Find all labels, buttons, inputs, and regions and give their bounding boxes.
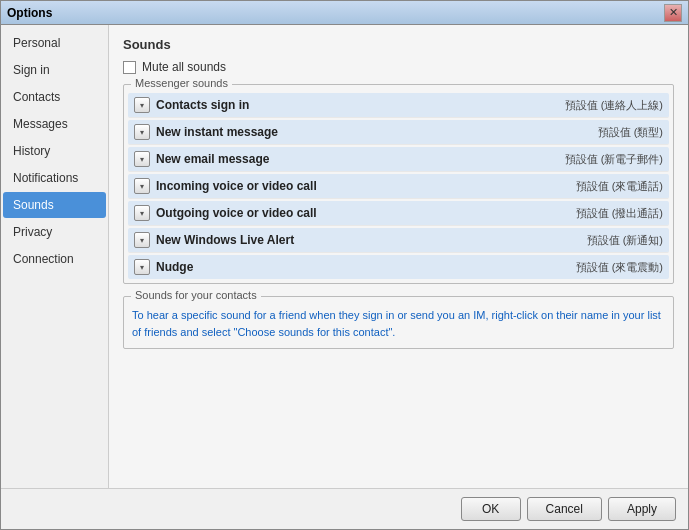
sidebar-item-history[interactable]: History — [3, 138, 106, 164]
messenger-sounds-border: ▾Contacts sign in預設值 (連絡人上線)▾New instant… — [123, 84, 674, 284]
sound-name: Contacts sign in — [156, 98, 249, 112]
contacts-sounds-border: To hear a specific sound for a friend wh… — [123, 296, 674, 349]
title-bar: Options ✕ — [1, 1, 688, 25]
options-window: Options ✕ PersonalSign inContactsMessage… — [0, 0, 689, 530]
main-content: Sounds Mute all sounds Messenger sounds … — [109, 25, 688, 488]
sound-row: ▾New email message預設值 (新電子郵件) — [128, 147, 669, 172]
chevron-down-icon[interactable]: ▾ — [134, 151, 150, 167]
sound-row: ▾New instant message預設值 (類型) — [128, 120, 669, 145]
sidebar-item-contacts[interactable]: Contacts — [3, 84, 106, 110]
chevron-down-icon[interactable]: ▾ — [134, 205, 150, 221]
sound-row: ▾Nudge預設值 (來電震動) — [128, 255, 669, 279]
sound-row-left: ▾New Windows Live Alert — [134, 232, 294, 248]
sounds-list: ▾Contacts sign in預設值 (連絡人上線)▾New instant… — [128, 93, 669, 279]
chevron-down-icon[interactable]: ▾ — [134, 232, 150, 248]
sound-value: 預設值 (類型) — [598, 125, 663, 140]
sound-value: 預設值 (新電子郵件) — [565, 152, 663, 167]
sidebar-item-personal[interactable]: Personal — [3, 30, 106, 56]
sidebar-item-notifications[interactable]: Notifications — [3, 165, 106, 191]
sound-name: Nudge — [156, 260, 193, 274]
footer: OK Cancel Apply — [1, 488, 688, 529]
sound-value: 預設值 (連絡人上線) — [565, 98, 663, 113]
sound-name: New instant message — [156, 125, 278, 139]
window-title: Options — [7, 6, 52, 20]
sound-value: 預設值 (撥出通話) — [576, 206, 663, 221]
contacts-sounds-group: Sounds for your contacts To hear a speci… — [123, 296, 674, 349]
sound-row: ▾Incoming voice or video call預設值 (來電通話) — [128, 174, 669, 199]
mute-row: Mute all sounds — [123, 60, 674, 74]
sound-row-left: ▾New email message — [134, 151, 269, 167]
sound-value: 預設值 (來電通話) — [576, 179, 663, 194]
sidebar-item-sounds[interactable]: Sounds — [3, 192, 106, 218]
sidebar-item-privacy[interactable]: Privacy — [3, 219, 106, 245]
sound-row-left: ▾New instant message — [134, 124, 278, 140]
contacts-sounds-text: To hear a specific sound for a friend wh… — [132, 307, 665, 340]
sound-value: 預設值 (來電震動) — [576, 260, 663, 275]
chevron-down-icon[interactable]: ▾ — [134, 97, 150, 113]
mute-label: Mute all sounds — [142, 60, 226, 74]
ok-button[interactable]: OK — [461, 497, 521, 521]
close-button[interactable]: ✕ — [664, 4, 682, 22]
sound-name: New email message — [156, 152, 269, 166]
sound-row: ▾New Windows Live Alert預設值 (新通知) — [128, 228, 669, 253]
sound-name: Outgoing voice or video call — [156, 206, 317, 220]
sound-row: ▾Contacts sign in預設值 (連絡人上線) — [128, 93, 669, 118]
window-body: PersonalSign inContactsMessagesHistoryNo… — [1, 25, 688, 488]
sound-row-left: ▾Incoming voice or video call — [134, 178, 317, 194]
sound-row-left: ▾Contacts sign in — [134, 97, 249, 113]
sound-value: 預設值 (新通知) — [587, 233, 663, 248]
sound-name: New Windows Live Alert — [156, 233, 294, 247]
sidebar-item-messages[interactable]: Messages — [3, 111, 106, 137]
page-title: Sounds — [123, 37, 674, 52]
messenger-sounds-group: Messenger sounds ▾Contacts sign in預設值 (連… — [123, 84, 674, 284]
cancel-button[interactable]: Cancel — [527, 497, 602, 521]
mute-checkbox[interactable] — [123, 61, 136, 74]
sidebar-item-sign-in[interactable]: Sign in — [3, 57, 106, 83]
sidebar-item-connection[interactable]: Connection — [3, 246, 106, 272]
contacts-sounds-label: Sounds for your contacts — [131, 289, 261, 301]
sound-row-left: ▾Nudge — [134, 259, 193, 275]
sound-row: ▾Outgoing voice or video call預設值 (撥出通話) — [128, 201, 669, 226]
chevron-down-icon[interactable]: ▾ — [134, 259, 150, 275]
sidebar: PersonalSign inContactsMessagesHistoryNo… — [1, 25, 109, 488]
chevron-down-icon[interactable]: ▾ — [134, 178, 150, 194]
chevron-down-icon[interactable]: ▾ — [134, 124, 150, 140]
apply-button[interactable]: Apply — [608, 497, 676, 521]
sound-row-left: ▾Outgoing voice or video call — [134, 205, 317, 221]
messenger-sounds-label: Messenger sounds — [131, 77, 232, 89]
sound-name: Incoming voice or video call — [156, 179, 317, 193]
